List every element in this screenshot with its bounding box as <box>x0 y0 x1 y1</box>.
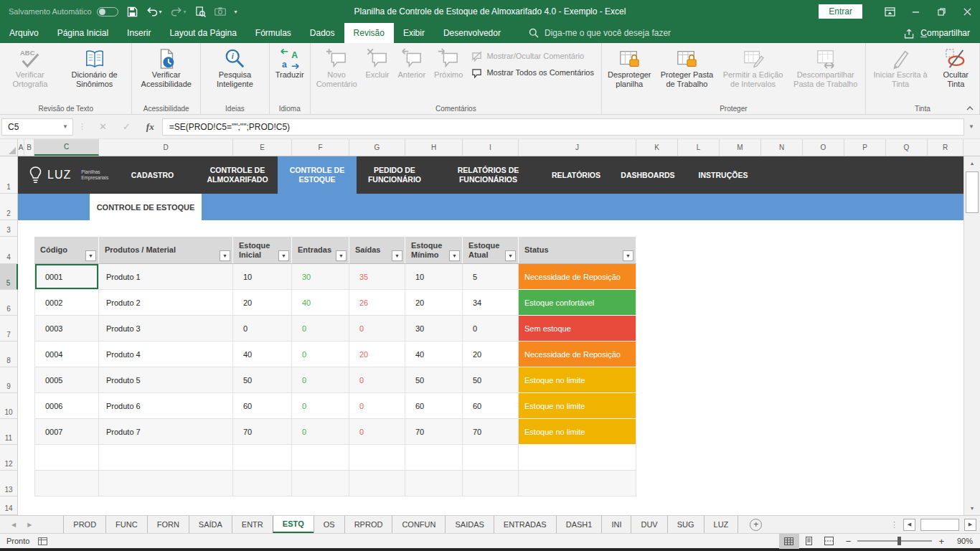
column-header-k[interactable]: K <box>636 139 678 156</box>
ribbon-button-pesquisa-inteligente[interactable]: iPesquisa Inteligente <box>202 45 268 90</box>
page-layout-view-button[interactable] <box>799 534 819 549</box>
nav-tab-relatorios-de-funcionarios[interactable]: RELATÓRIOS DE FUNCIONÁRIOS <box>433 156 544 194</box>
cell-produto[interactable] <box>99 471 233 496</box>
normal-view-button[interactable] <box>779 534 799 549</box>
nav-tab-controle-de-estoque[interactable]: CONTROLE DE ESTOQUE <box>278 156 357 194</box>
column-header-p[interactable]: P <box>844 139 886 156</box>
cell-minimo[interactable]: 60 <box>405 393 463 419</box>
ribbon-tab-inserir[interactable]: Inserir <box>118 23 160 43</box>
cell-codigo[interactable]: 0006 <box>34 393 99 419</box>
cell-codigo[interactable]: 0002 <box>34 290 99 316</box>
cell-inicial[interactable]: 70 <box>233 419 292 445</box>
ribbon-tab-dados[interactable]: Dados <box>301 23 344 43</box>
column-header-n[interactable]: N <box>761 139 803 156</box>
scroll-right-icon[interactable]: ▶ <box>964 519 976 531</box>
nav-tab-cadastro[interactable]: CADASTRO <box>108 156 197 194</box>
ribbon-button-desproteger-planilha[interactable]: Desproteger planilha <box>603 45 656 90</box>
cell-entradas[interactable]: 0 <box>292 342 349 367</box>
macro-record-icon[interactable] <box>38 537 47 545</box>
filter-dropdown-icon[interactable]: ▼ <box>336 250 347 261</box>
cell-saidas[interactable]: 0 <box>349 419 405 445</box>
cell-entradas[interactable]: 0 <box>292 393 349 419</box>
cell-minimo[interactable]: 10 <box>405 264 463 290</box>
zoom-in-button[interactable]: + <box>932 536 951 547</box>
sheet-tab-rprod[interactable]: RPROD <box>344 516 392 533</box>
ribbon-display-options-button[interactable] <box>877 0 903 23</box>
cell-entradas[interactable]: 30 <box>292 264 349 290</box>
cell-inicial[interactable]: 20 <box>233 290 292 316</box>
status-badge[interactable]: Estoque no limite <box>519 367 636 393</box>
zoom-slider[interactable] <box>857 540 932 542</box>
tabbar-resize-handle[interactable]: ⋮ <box>890 520 898 529</box>
row-header-9[interactable]: 9 <box>0 367 17 393</box>
filter-dropdown-icon[interactable]: ▼ <box>220 250 230 261</box>
filter-dropdown-icon[interactable]: ▼ <box>392 250 402 261</box>
cell-status[interactable] <box>519 445 636 471</box>
column-header-r[interactable]: R <box>928 139 963 156</box>
sheet-tab-os[interactable]: OS <box>314 516 344 533</box>
row-header-8[interactable]: 8 <box>0 342 17 367</box>
row-header-7[interactable]: 7 <box>0 316 17 342</box>
close-button[interactable] <box>954 0 980 23</box>
column-header-j[interactable]: J <box>519 139 636 156</box>
cell-codigo[interactable]: 0003 <box>34 316 99 342</box>
column-header-h[interactable]: H <box>405 139 463 156</box>
cell-entradas[interactable]: 0 <box>292 419 349 445</box>
cell-inicial[interactable] <box>233 471 292 496</box>
cell-minimo[interactable]: 50 <box>405 367 463 393</box>
cell-produto[interactable] <box>99 445 233 471</box>
sheet-tab-entr[interactable]: ENTR <box>232 516 273 533</box>
scroll-up-icon[interactable]: ▲ <box>964 156 980 170</box>
minimize-button[interactable] <box>903 0 928 23</box>
cell-saidas[interactable]: 20 <box>349 342 405 367</box>
column-header-d[interactable]: D <box>99 139 233 156</box>
status-badge[interactable]: Estoque no limite <box>519 393 636 419</box>
sheet-tab-func[interactable]: FUNC <box>105 516 147 533</box>
sheet-tab-dash1[interactable]: DASH1 <box>556 516 602 533</box>
cell-inicial[interactable]: 40 <box>233 342 292 367</box>
sheet-tab-forn[interactable]: FORN <box>147 516 189 533</box>
status-badge[interactable]: Necessidade de Reposição <box>519 264 636 290</box>
cell-atual[interactable]: 5 <box>463 264 519 290</box>
cell-produto[interactable]: Produto 4 <box>99 342 233 367</box>
sheet-tab-sug[interactable]: SUG <box>667 516 704 533</box>
cell-atual[interactable]: 70 <box>463 419 519 445</box>
ribbon-button-mostrar-todos-os-comentarios[interactable]: Mostrar Todos os Comentários <box>471 67 594 78</box>
scroll-left-icon[interactable]: ◀ <box>903 519 915 531</box>
name-box[interactable]: C5 ▼ <box>1 118 73 136</box>
table-column-header-status[interactable]: Status▼ <box>519 237 636 263</box>
cell-minimo[interactable] <box>405 471 463 496</box>
ribbon-tab-formulas[interactable]: Fórmulas <box>246 23 301 43</box>
name-box-dropdown-icon[interactable]: ▼ <box>62 123 68 130</box>
filter-dropdown-icon[interactable]: ▼ <box>623 250 633 261</box>
cell-codigo[interactable]: 0004 <box>34 342 99 367</box>
table-column-header-entradas[interactable]: Entradas▼ <box>292 237 349 263</box>
row-header-1[interactable]: 1 <box>0 156 17 194</box>
status-badge[interactable]: Necessidade de Reposição <box>519 342 636 367</box>
cell-entradas[interactable]: 0 <box>292 367 349 393</box>
nav-tab-instrucoes[interactable]: INSTRUÇÕES <box>687 156 759 194</box>
print-preview-button[interactable] <box>195 6 206 17</box>
status-badge[interactable]: Estoque no limite <box>519 419 636 445</box>
save-button[interactable] <box>127 6 138 17</box>
cell-inicial[interactable]: 10 <box>233 264 292 290</box>
toggle-off-icon[interactable] <box>97 7 118 17</box>
zoom-slider-thumb[interactable] <box>897 537 901 545</box>
sheet-tab-duv[interactable]: DUV <box>631 516 666 533</box>
table-column-header-produtos-material[interactable]: Produtos / Material▼ <box>99 237 233 263</box>
row-header-14[interactable]: 14 <box>0 496 17 515</box>
status-badge[interactable]: Estoque confortável <box>519 290 636 316</box>
row-header-13[interactable]: 13 <box>0 471 17 496</box>
status-badge[interactable]: Sem estoque <box>519 316 636 342</box>
cell-minimo[interactable] <box>405 445 463 471</box>
customize-qat-button[interactable]: ▾ <box>235 9 237 15</box>
cell-saidas[interactable]: 35 <box>349 264 405 290</box>
cell-produto[interactable]: Produto 1 <box>99 264 233 290</box>
cell-entradas[interactable]: 40 <box>292 290 349 316</box>
column-header-l[interactable]: L <box>678 139 720 156</box>
ribbon-tab-layout-da-pagina[interactable]: Layout da Página <box>160 23 245 43</box>
column-header-b[interactable]: B <box>24 139 34 156</box>
vertical-scrollbar-thumb[interactable] <box>966 171 979 213</box>
horizontal-scrollbar[interactable]: ⋮ ◀ ▶ <box>890 516 980 533</box>
cell-minimo[interactable]: 40 <box>405 342 463 367</box>
